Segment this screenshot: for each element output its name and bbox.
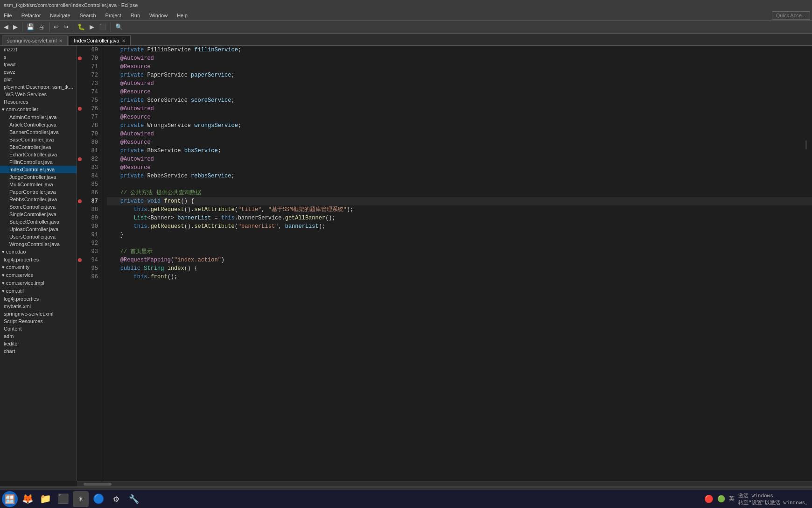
- taskbar-chrome[interactable]: 🔵: [91, 491, 106, 507]
- menu-window[interactable]: Window: [147, 13, 169, 18]
- sidebar-item-tpwxt[interactable]: tpwxt: [0, 61, 77, 68]
- taskbar-settings[interactable]: ⚙: [108, 491, 124, 507]
- sidebar-item-bbs-controller[interactable]: BbsController.java: [0, 143, 77, 151]
- quick-access-input[interactable]: Quick Acce...: [772, 11, 810, 20]
- sidebar-item-single-controller[interactable]: SingleController.java: [0, 211, 77, 218]
- taskbar-terminal[interactable]: ⬛: [55, 491, 71, 507]
- editor[interactable]: 69 70 71 72 73 74 75 76 77 78 79 80 81 8…: [77, 46, 812, 481]
- gutter-74: [77, 88, 83, 96]
- taskbar-files[interactable]: 📁: [37, 491, 53, 507]
- main-layout: mzzzt s tpwxt cswz glxt ployment Descrip…: [0, 46, 812, 481]
- toolbar-save[interactable]: 💾: [25, 22, 36, 31]
- sidebar-item-resources[interactable]: Resources: [0, 98, 77, 106]
- toolbar-back[interactable]: ◀: [2, 22, 10, 31]
- code-line-72: private PaperService paperService;: [107, 71, 812, 79]
- gutter-83: [77, 163, 83, 172]
- gutter-86: [77, 189, 83, 197]
- code-line-91: }: [107, 231, 812, 239]
- taskbar-browser-firefox[interactable]: 🦊: [20, 491, 35, 507]
- sidebar-item-index-controller[interactable]: IndexController.java: [0, 166, 77, 173]
- sidebar-item-com-controller[interactable]: ▾ com.controller: [0, 106, 77, 113]
- toolbar-stop[interactable]: ⬛: [97, 22, 108, 31]
- code-line-84: private RebbsService rebbsService;: [107, 172, 812, 180]
- sidebar-item-com-service[interactable]: ▾ com.service: [0, 271, 77, 279]
- sidebar-item-com-dao[interactable]: ▾ com.dao: [0, 248, 77, 256]
- sidebar-item-article-controller[interactable]: ArticleController.java: [0, 121, 77, 128]
- gutter-94: [77, 256, 83, 264]
- tab-springmvc[interactable]: springmvc-servlet.xml ✕: [2, 35, 68, 45]
- toolbar-run[interactable]: ▶: [88, 22, 96, 31]
- gutter-95: [77, 264, 83, 273]
- sidebar-item-judge-controller[interactable]: JudgeController.java: [0, 173, 77, 181]
- sidebar-item-echart-controller[interactable]: EchartController.java: [0, 151, 77, 158]
- gutter-89: [77, 214, 83, 222]
- window-title: ssm_tkglxt/src/com/controller/IndexContr…: [4, 2, 138, 8]
- menu-run[interactable]: Run: [129, 13, 142, 18]
- code-line-95: public String index() {: [107, 264, 812, 273]
- line-numbers: 69 70 71 72 73 74 75 76 77 78 79 80 81 8…: [83, 46, 102, 481]
- code-line-87: private void front() {: [107, 197, 812, 205]
- sidebar-item-log4j-1[interactable]: log4j.properties: [0, 256, 77, 263]
- sidebar-item-admin-controller[interactable]: AdminController.java: [0, 113, 77, 121]
- sidebar-item-rebbs-controller[interactable]: RebbsController.java: [0, 196, 77, 203]
- sidebar-item-script-resources[interactable]: Script Resources: [0, 318, 77, 325]
- toolbar-forward[interactable]: ▶: [11, 22, 20, 31]
- toolbar-undo[interactable]: ↩: [52, 22, 61, 31]
- taskbar-start[interactable]: 🪟: [2, 491, 18, 507]
- gutter-80: [77, 138, 83, 147]
- sidebar-item-keditor[interactable]: keditor: [0, 340, 77, 347]
- menu-search[interactable]: Search: [78, 13, 98, 18]
- sidebar[interactable]: mzzzt s tpwxt cswz glxt ployment Descrip…: [0, 46, 77, 481]
- sidebar-item-mzzzt[interactable]: mzzzt: [0, 46, 77, 53]
- gutter-93: [77, 247, 83, 256]
- sidebar-item-adm[interactable]: adm: [0, 332, 77, 340]
- menu-file[interactable]: File: [2, 13, 14, 18]
- sidebar-item-springmvc[interactable]: springmvc-servlet.xml: [0, 310, 77, 318]
- scrollbar-thumb-h[interactable]: [84, 483, 112, 486]
- sidebar-item-s[interactable]: s: [0, 53, 77, 61]
- gutter-75: [77, 96, 83, 105]
- toolbar-print[interactable]: 🖨: [37, 22, 47, 31]
- sidebar-item-content[interactable]: Content: [0, 325, 77, 332]
- tab-indexcontroller[interactable]: IndexController.java ✕: [69, 35, 130, 45]
- sidebar-item-fillin-controller[interactable]: FillinController.java: [0, 158, 77, 166]
- sidebar-item-deployment[interactable]: ployment Descriptor: ssm_tkglxt: [0, 83, 77, 91]
- toolbar-redo[interactable]: ↪: [62, 22, 70, 31]
- gutter-82: [77, 155, 83, 163]
- taskbar-eclipse[interactable]: ☀: [73, 491, 89, 507]
- sidebar-item-glxt[interactable]: glxt: [0, 76, 77, 83]
- sidebar-item-multi-controller[interactable]: MultiController.java: [0, 181, 77, 188]
- sidebar-item-wrongs-controller[interactable]: WrongsController.java: [0, 240, 77, 248]
- sidebar-item-score-controller[interactable]: ScoreController.java: [0, 203, 77, 211]
- sidebar-item-cswz[interactable]: cswz: [0, 68, 77, 76]
- sidebar-item-com-service-impl[interactable]: ▾ com.service.impl: [0, 279, 77, 287]
- code-line-71: @Resource: [107, 63, 812, 71]
- code-content[interactable]: private FillinService fillinService; @Au…: [102, 46, 812, 481]
- menu-project[interactable]: Project: [104, 13, 123, 18]
- tab-springmvc-close[interactable]: ✕: [59, 38, 63, 43]
- gutter-84: [77, 172, 83, 180]
- code-line-96: this.front();: [107, 273, 812, 281]
- sidebar-item-base-controller[interactable]: BaseController.java: [0, 136, 77, 143]
- toolbar-debug[interactable]: 🐛: [76, 22, 87, 31]
- scrollbar-h[interactable]: [77, 481, 812, 487]
- menu-help[interactable]: Help: [175, 13, 189, 18]
- sidebar-item-mybatis[interactable]: mybatis.xml: [0, 303, 77, 310]
- sidebar-item-com-entity[interactable]: ▾ com.entity: [0, 263, 77, 271]
- toolbar-search[interactable]: 🔍: [113, 22, 125, 31]
- sidebar-item-users-controller[interactable]: UsersController.java: [0, 233, 77, 240]
- sidebar-item-upload-controller[interactable]: UploadController.java: [0, 226, 77, 233]
- menu-bar: File Refactor Navigate Search Project Ru…: [0, 10, 812, 21]
- sidebar-item-subject-controller[interactable]: SubjectController.java: [0, 218, 77, 226]
- sidebar-item-log4j-2[interactable]: log4j.properties: [0, 295, 77, 303]
- taskbar-extra[interactable]: 🔧: [126, 491, 142, 507]
- tab-indexcontroller-close[interactable]: ✕: [122, 38, 126, 43]
- menu-refactor[interactable]: Refactor: [20, 13, 43, 18]
- sidebar-item-paper-controller[interactable]: PaperController.java: [0, 188, 77, 196]
- sidebar-item-banner-controller[interactable]: BannerController.java: [0, 128, 77, 136]
- sidebar-item-com-util[interactable]: ▾ com.util: [0, 287, 77, 295]
- menu-navigate[interactable]: Navigate: [48, 13, 72, 18]
- gutter-87: [77, 197, 83, 205]
- sidebar-item-chart[interactable]: chart: [0, 347, 77, 355]
- sidebar-item-ws[interactable]: -WS Web Services: [0, 91, 77, 98]
